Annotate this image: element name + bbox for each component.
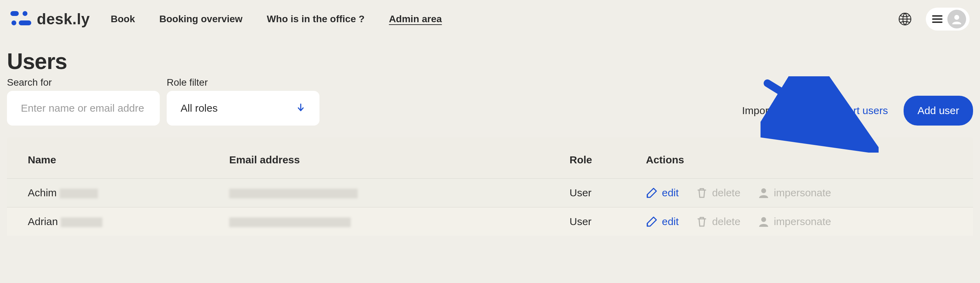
row-actions: edit delete impersonate <box>646 216 952 228</box>
logo[interactable]: desk.ly <box>10 10 90 28</box>
th-name: Name <box>28 154 229 166</box>
nav-book[interactable]: Book <box>111 14 135 25</box>
user-menu[interactable] <box>926 8 970 30</box>
svg-rect-3 <box>19 21 31 25</box>
impersonate-label: impersonate <box>774 187 831 199</box>
impersonate-action[interactable]: impersonate <box>758 187 831 199</box>
edit-action[interactable]: edit <box>646 216 679 228</box>
import-users-link[interactable]: Import users <box>830 105 888 117</box>
redacted <box>229 217 351 227</box>
cell-email <box>229 216 570 228</box>
nav-who-in-office[interactable]: Who is in the office ? <box>267 14 364 25</box>
filters-actions: Import template Import users Add user <box>742 96 973 126</box>
redacted <box>60 189 98 198</box>
nav-admin-area[interactable]: Admin area <box>389 14 442 25</box>
page-content: Users Search for Role filter All roles I… <box>0 38 980 236</box>
svg-rect-0 <box>10 11 19 16</box>
row-actions: edit delete impersonate <box>646 187 952 199</box>
role-filter-value: All roles <box>181 102 218 114</box>
cell-name: Adrian <box>28 216 229 228</box>
globe-icon[interactable] <box>898 12 912 26</box>
delete-action[interactable]: delete <box>696 187 740 199</box>
svg-point-7 <box>761 217 766 222</box>
logo-text: desk.ly <box>37 10 90 28</box>
table-row: Adrian User edit <box>7 207 973 236</box>
svg-point-6 <box>761 188 766 193</box>
impersonate-action[interactable]: impersonate <box>758 216 831 228</box>
svg-point-5 <box>954 15 959 20</box>
delete-label: delete <box>712 187 740 199</box>
table-header: Name Email address Role Actions <box>7 141 973 178</box>
role-filter-label: Role filter <box>167 77 320 88</box>
cell-name: Achim <box>28 187 229 199</box>
svg-point-1 <box>22 11 27 16</box>
import-template-link[interactable]: Import template <box>742 105 815 117</box>
logo-mark-icon <box>10 11 32 27</box>
delete-action[interactable]: delete <box>696 216 740 228</box>
filters-row: Search for Role filter All roles Import … <box>7 77 973 126</box>
cell-role: User <box>570 187 646 199</box>
users-table: Name Email address Role Actions Achim Us… <box>7 138 973 236</box>
role-filter-field: Role filter All roles <box>167 77 320 126</box>
main-nav: Book Booking overview Who is in the offi… <box>111 14 442 25</box>
edit-action[interactable]: edit <box>646 187 679 199</box>
search-input[interactable] <box>7 91 160 126</box>
th-email: Email address <box>229 154 570 166</box>
first-name: Adrian <box>28 216 58 227</box>
first-name: Achim <box>28 187 57 198</box>
avatar-icon <box>947 10 966 28</box>
hamburger-icon <box>932 15 942 23</box>
svg-point-2 <box>11 21 16 25</box>
users-table-card: Name Email address Role Actions Achim Us… <box>7 138 973 236</box>
add-user-button[interactable]: Add user <box>904 96 973 126</box>
page-title: Users <box>7 49 973 74</box>
search-field: Search for <box>7 77 160 126</box>
cell-email <box>229 187 570 199</box>
topbar-right <box>898 8 970 30</box>
table-row: Achim User edit <box>7 178 973 207</box>
role-filter-select[interactable]: All roles <box>167 91 320 126</box>
impersonate-label: impersonate <box>774 216 831 228</box>
redacted <box>229 189 358 198</box>
cell-role: User <box>570 216 646 228</box>
edit-label: edit <box>662 187 679 199</box>
delete-label: delete <box>712 216 740 228</box>
th-role: Role <box>570 154 646 166</box>
topbar: desk.ly Book Booking overview Who is in … <box>0 0 980 38</box>
redacted <box>61 217 102 227</box>
th-actions: Actions <box>646 154 952 166</box>
chevron-down-icon <box>296 103 305 114</box>
edit-label: edit <box>662 216 679 228</box>
nav-booking-overview[interactable]: Booking overview <box>159 14 243 25</box>
search-label: Search for <box>7 77 160 88</box>
